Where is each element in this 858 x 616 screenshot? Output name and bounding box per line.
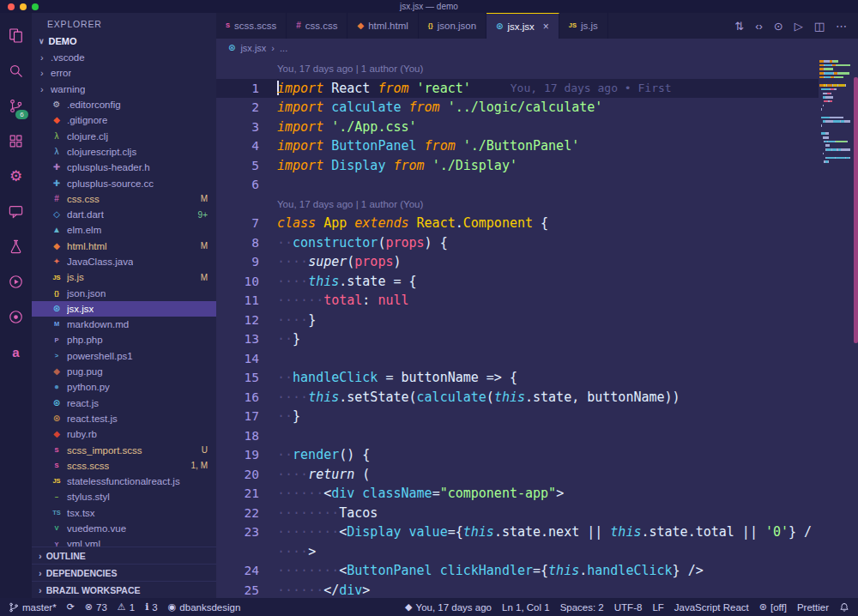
tree-file-markdown.md[interactable]: Mmarkdown.md xyxy=(32,317,216,332)
code-line[interactable]: 18 xyxy=(216,426,819,446)
encoding-status[interactable]: UTF-8 xyxy=(614,602,643,613)
tree-file-JavaClass.java[interactable]: ✦JavaClass.java xyxy=(32,254,216,269)
react-off-status[interactable]: ⊛[off] xyxy=(759,602,787,613)
tab-json.json[interactable]: {}json.json xyxy=(419,13,486,39)
code-line[interactable]: 2import calculate from '../logic/calcula… xyxy=(216,98,819,118)
section-brazil-workspace[interactable]: › BRAZIL WORKSPACE xyxy=(32,581,216,598)
breadcrumb-file[interactable]: jsx.jsx xyxy=(240,43,266,53)
tab-css.css[interactable]: #css.css xyxy=(287,13,347,39)
split-editor-icon[interactable]: ◫ xyxy=(814,20,825,33)
tree-file-scss_import.scss[interactable]: Sscss_import.scssU xyxy=(32,442,216,457)
language-mode-status[interactable]: JavaScript React xyxy=(674,602,749,613)
code-line[interactable]: 8··constructor(props) { xyxy=(216,233,819,253)
close-icon[interactable]: × xyxy=(543,21,549,33)
source-control-icon[interactable]: 6 xyxy=(0,88,32,124)
tree-file-php.php[interactable]: Pphp.php xyxy=(32,332,216,347)
tab-js.js[interactable]: JSjs.js xyxy=(559,13,608,39)
tree-file-elm.elm[interactable]: ▲elm.elm xyxy=(32,222,216,238)
close-window-button[interactable] xyxy=(8,3,15,10)
codelens-line[interactable]: You, 17 days ago | 1 author (You) xyxy=(216,195,819,214)
code-line[interactable]: 21······<div className="component-app"> xyxy=(216,484,819,504)
open-changes-icon[interactable]: ‹› xyxy=(755,20,763,33)
section-outline[interactable]: › OUTLINE xyxy=(32,547,216,564)
info-status[interactable]: ℹ3 xyxy=(145,602,158,613)
gitlens-blame-status[interactable]: ◆You, 17 days ago xyxy=(405,602,492,613)
code-line[interactable]: 14 xyxy=(216,349,819,369)
tree-file-pug.pug[interactable]: ◆pug.pug xyxy=(32,364,216,379)
tree-file-clojurescript.cljs[interactable]: λclojurescript.cljs xyxy=(32,144,216,160)
tree-file-react.test.js[interactable]: ⊛react.test.js xyxy=(32,411,216,426)
tree-file-clojure.clj[interactable]: λclojure.clj xyxy=(32,128,216,143)
code-line[interactable]: 17··} xyxy=(216,407,819,426)
chat-icon[interactable] xyxy=(0,194,32,229)
tab-jsx.jsx[interactable]: ⊛jsx.jsx× xyxy=(486,13,559,39)
scrollbar-thumb[interactable] xyxy=(854,77,858,343)
tree-file-python.py[interactable]: ●python.py xyxy=(32,379,216,395)
code-line[interactable]: 7class App extends React.Component { xyxy=(216,214,819,233)
breadcrumb-more[interactable]: ... xyxy=(280,43,287,53)
tree-file-scss.scss[interactable]: Sscss.scss1, M xyxy=(32,458,216,474)
tree-file-statelessfunctionalreact.js[interactable]: JSstatelessfunctionalreact.js xyxy=(32,474,216,489)
minimap[interactable] xyxy=(819,60,850,165)
beaker-icon[interactable] xyxy=(0,229,32,264)
tree-folder-warning[interactable]: ›warning xyxy=(32,82,216,97)
code-line[interactable]: 25······</div> xyxy=(216,581,819,599)
code-line[interactable]: 13··} xyxy=(216,329,819,349)
tree-file-jsx.jsx[interactable]: ⊛jsx.jsx xyxy=(32,301,216,317)
code-line[interactable]: 11······total: null xyxy=(216,291,819,311)
editor[interactable]: You, 17 days ago | 1 author (You)1import… xyxy=(216,57,858,598)
explorer-icon[interactable] xyxy=(0,18,32,53)
code-line[interactable]: 12····} xyxy=(216,311,819,330)
search-icon[interactable] xyxy=(0,53,32,88)
eol-status[interactable]: LF xyxy=(652,602,663,613)
tab-html.html[interactable]: ◆html.html xyxy=(347,13,418,39)
sync-status[interactable]: ⟳ xyxy=(67,602,75,612)
tree-file-json.json[interactable]: {}json.json xyxy=(32,285,216,300)
tree-file-css.css[interactable]: #css.cssM xyxy=(32,191,216,207)
tree-file-react.js[interactable]: ⊛react.js xyxy=(32,396,216,411)
workspace-section-demo[interactable]: ∨ DEMO xyxy=(32,33,216,50)
errors-status[interactable]: ⊗73 xyxy=(85,602,107,613)
codelens-line[interactable]: You, 17 days ago | 1 author (You) xyxy=(216,59,819,79)
code-line[interactable]: 24········<ButtonPanel clickHandler={thi… xyxy=(216,561,819,581)
code-line[interactable]: 22········Tacos xyxy=(216,504,819,523)
play-circle-icon[interactable] xyxy=(0,264,32,299)
record-icon[interactable] xyxy=(0,299,32,335)
notifications-bell-icon[interactable] xyxy=(839,602,849,613)
amazon-icon[interactable]: a xyxy=(0,335,32,370)
minimize-window-button[interactable] xyxy=(20,3,27,10)
code-line[interactable]: 23········<Display value={this.state.nex… xyxy=(216,522,819,542)
tab-scss.scss[interactable]: Sscss.scss xyxy=(216,13,287,39)
tree-file-yml.yml[interactable]: Yyml.yml xyxy=(32,536,216,547)
breadcrumb[interactable]: ⊛ jsx.jsx › ... xyxy=(216,39,858,57)
section-dependencies[interactable]: › DEPENDENCIES xyxy=(32,564,216,581)
settings-gear-icon[interactable]: ⚙ xyxy=(0,159,32,194)
toggle-order-icon[interactable]: ⇅ xyxy=(734,20,744,33)
tree-file-cplusplus-header.h[interactable]: ✚cplusplus-header.h xyxy=(32,160,216,175)
code-line[interactable]: 20····return ( xyxy=(216,465,819,485)
tree-file-vuedemo.vue[interactable]: Vvuedemo.vue xyxy=(32,521,216,536)
extensions-icon[interactable] xyxy=(0,124,32,159)
tree-file-ruby.rb[interactable]: ◆ruby.rb xyxy=(32,426,216,442)
code-line[interactable]: 4import ButtonPanel from './ButtonPanel' xyxy=(216,136,819,156)
run-file-icon[interactable]: ▷ xyxy=(795,20,803,33)
account-status[interactable]: ◉dbanksdesign xyxy=(168,602,241,613)
code-line[interactable]: 15··handleClick = buttonName => { xyxy=(216,368,819,388)
cursor-position-status[interactable]: Ln 1, Col 1 xyxy=(502,602,550,613)
tree-file-.gitignore[interactable]: ◆.gitignore xyxy=(32,112,216,128)
tree-file-cplusplus-source.cc[interactable]: ✚cplusplus-source.cc xyxy=(32,175,216,190)
warnings-status[interactable]: ⚠1 xyxy=(118,602,135,613)
tree-file-powershell.ps1[interactable]: >powershell.ps1 xyxy=(32,348,216,364)
code-line[interactable]: 10····this.state = { xyxy=(216,272,819,292)
zoom-window-button[interactable] xyxy=(32,3,39,10)
code-line[interactable]: 6 xyxy=(216,175,819,195)
tree-file-js.js[interactable]: JSjs.jsM xyxy=(32,269,216,285)
tree-file-tsx.tsx[interactable]: TStsx.tsx xyxy=(32,505,216,521)
code-line[interactable]: 9····super(props) xyxy=(216,252,819,272)
more-actions-icon[interactable]: ⋯ xyxy=(836,20,847,33)
tree-file-.editorconfig[interactable]: ⚙.editorconfig xyxy=(32,97,216,112)
tree-file-dart.dart[interactable]: ◇dart.dart9+ xyxy=(32,207,216,222)
code-line[interactable]: 1import React from 'react'You, 17 days a… xyxy=(216,79,819,99)
indentation-status[interactable]: Spaces: 2 xyxy=(560,602,604,613)
goto-symbol-icon[interactable]: ⊙ xyxy=(774,20,783,33)
